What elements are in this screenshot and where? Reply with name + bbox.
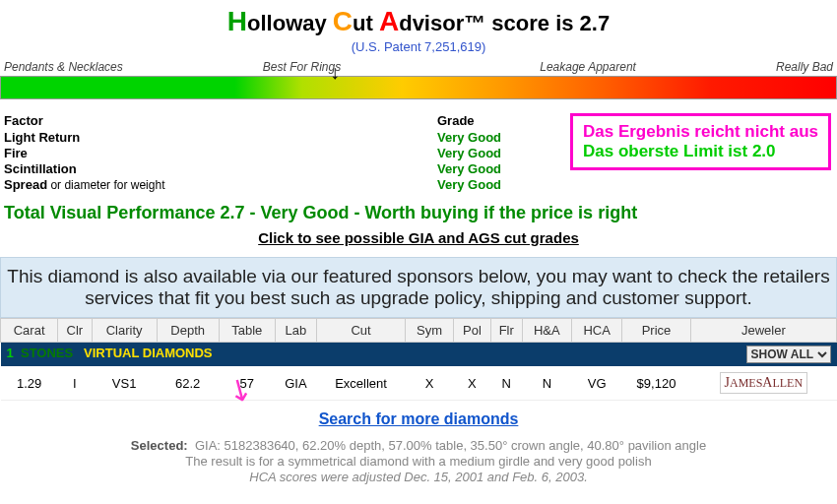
factor-scintillation: Scintillation — [4, 161, 427, 177]
col-hca[interactable]: HCA — [571, 319, 621, 343]
selected-label: Selected: — [131, 438, 188, 453]
footer-adjustment-note: HCA scores were adjusted Dec. 15, 2001 a… — [0, 470, 837, 484]
col-table[interactable]: Table — [219, 319, 275, 343]
col-pol[interactable]: Pol — [454, 319, 491, 343]
factor-header: Factor — [4, 113, 427, 130]
results-table: Carat Clr Clarity Depth Table Lab Cut Sy… — [0, 318, 837, 401]
scale-label-bad: Really Bad — [776, 60, 833, 74]
cell-pol: X — [454, 366, 491, 401]
warning-line2: Das oberste Limit ist 2.0 — [583, 142, 818, 161]
col-jeweler[interactable]: Jeweler — [690, 319, 836, 343]
grade-header: Grade — [437, 113, 501, 130]
cell-cut: Excellent — [317, 366, 406, 401]
footer-symmetry: The result is for a symmetrical diamond … — [0, 454, 837, 469]
logo-h: H — [227, 6, 247, 36]
cell-lab: GIA — [275, 366, 316, 401]
col-flr[interactable]: Flr — [490, 319, 522, 343]
cell-clarity: VS1 — [92, 366, 157, 401]
col-carat[interactable]: Carat — [1, 319, 58, 343]
page-title: Holloway Cut Advisor™ score is 2.7 — [0, 6, 837, 37]
search-more-link[interactable]: Search for more diamonds — [319, 410, 519, 427]
col-depth[interactable]: Depth — [157, 319, 219, 343]
results-band: 1 STONES VIRTUAL DIAMONDS SHOW ALL — [1, 343, 837, 367]
cell-carat: 1.29 — [1, 366, 58, 401]
col-ha[interactable]: H&A — [522, 319, 571, 343]
grade-fire: Very Good — [437, 146, 501, 161]
patent-text: (U.S. Patent 7,251,619) — [0, 39, 837, 54]
logo-a: A — [379, 6, 399, 36]
jeweler-logo: JAMESALLEN — [720, 372, 808, 394]
table-row[interactable]: 1.29 I VS1 62.2 57 GIA Excellent X X N N… — [1, 366, 837, 401]
sponsor-message: This diamond is also available via our f… — [0, 257, 837, 318]
grade-spread: Very Good — [437, 177, 501, 193]
col-price[interactable]: Price — [622, 319, 690, 343]
cell-table: 57 — [219, 366, 275, 401]
selected-detail: GIA: 5182383640, 62.20% depth, 57.00% ta… — [195, 438, 706, 453]
logo-c: C — [333, 6, 353, 36]
color-scale-bar — [0, 76, 837, 99]
grade-light-return: Very Good — [437, 130, 501, 146]
scale-label-leakage: Leakage Apparent — [540, 60, 636, 74]
total-visual-performance: Total Visual Performance 2.7 - Very Good… — [4, 203, 833, 223]
score-arrow-icon: ↓ — [330, 62, 340, 82]
cell-jeweler[interactable]: JAMESALLEN — [690, 366, 836, 401]
cell-clr: I — [58, 366, 92, 401]
factor-spread: Spread or diameter for weight — [4, 177, 427, 193]
cell-price: $9,120 — [622, 366, 690, 401]
cell-depth: 62.2 — [157, 366, 219, 401]
cell-ha: N — [522, 366, 571, 401]
threshold-warning-box: Das Ergebnis reicht nicht aus Das oberst… — [570, 113, 831, 170]
col-cut[interactable]: Cut — [317, 319, 406, 343]
stone-count: 1 — [7, 346, 14, 360]
col-clr[interactable]: Clr — [58, 319, 92, 343]
possible-grades-link[interactable]: Click to see possible GIA and AGS cut gr… — [258, 229, 579, 246]
col-clarity[interactable]: Clarity — [92, 319, 157, 343]
scale-label-pendants: Pendants & Necklaces — [4, 60, 123, 74]
warning-line1: Das Ergebnis reicht nicht aus — [583, 122, 818, 142]
cell-sym: X — [405, 366, 453, 401]
cell-flr: N — [490, 366, 522, 401]
col-sym[interactable]: Sym — [405, 319, 453, 343]
factor-fire: Fire — [4, 146, 427, 161]
cell-hca: VG — [571, 366, 621, 401]
col-lab[interactable]: Lab — [275, 319, 316, 343]
footer: Selected: GIA: 5182383640, 62.20% depth,… — [0, 438, 837, 484]
grade-scintillation: Very Good — [437, 161, 501, 177]
factor-light-return: Light Return — [4, 130, 427, 146]
show-all-select[interactable]: SHOW ALL — [746, 346, 831, 363]
